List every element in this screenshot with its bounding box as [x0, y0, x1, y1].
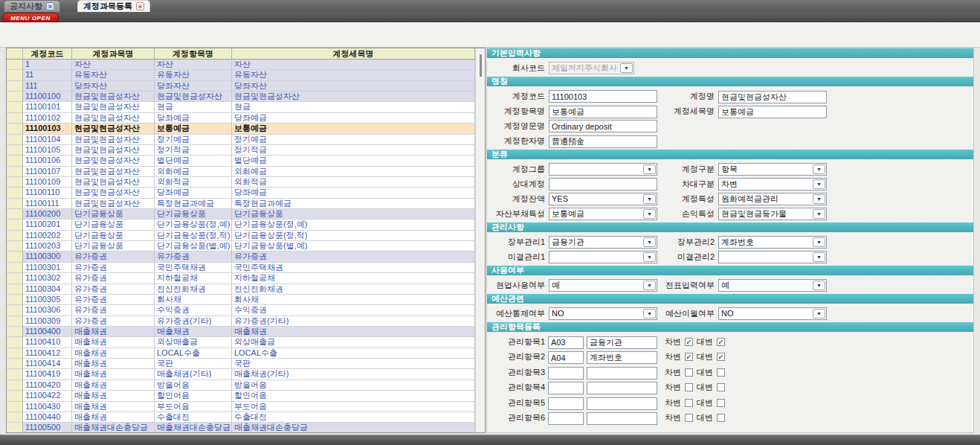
close-icon[interactable]: ×: [136, 2, 144, 10]
table-row[interactable]: 11100400매출채권매출채권매출채권: [7, 327, 475, 337]
debit-checkbox[interactable]: [685, 368, 693, 377]
row-selector[interactable]: [7, 391, 23, 401]
row-selector[interactable]: [7, 348, 23, 359]
field-input[interactable]: [549, 90, 657, 103]
field-dropdown[interactable]: 원화예적금관리▾: [718, 193, 827, 205]
row-selector[interactable]: [7, 113, 23, 124]
table-row[interactable]: 11100103현금및현금성자산보통예금보통예금: [7, 124, 475, 134]
row-selector[interactable]: [7, 60, 23, 70]
table-row[interactable]: 11100109현금및현금성자산외화적금외화적금: [7, 177, 475, 188]
field-dropdown[interactable]: ▾: [718, 251, 827, 263]
row-selector[interactable]: [7, 209, 23, 220]
table-row[interactable]: 11100412매출채권LOCAL수출LOCAL수출: [7, 348, 475, 359]
mgmt-item-code-input[interactable]: [548, 367, 584, 380]
row-selector[interactable]: [7, 102, 23, 112]
table-row[interactable]: 11100419매출채권매출채권(기타)매출채권(기타): [7, 369, 475, 380]
mgmt-item-code-input[interactable]: [548, 397, 584, 410]
credit-checkbox[interactable]: [717, 414, 725, 422]
field-dropdown[interactable]: 차변▾: [718, 178, 827, 191]
row-selector[interactable]: [7, 273, 23, 284]
field-dropdown[interactable]: 계좌번호▾: [718, 236, 827, 249]
field-dropdown[interactable]: 예▾: [718, 279, 827, 292]
table-row[interactable]: 11100107현금및현금성자산외화예금외화예금: [7, 167, 475, 177]
close-icon[interactable]: ×: [46, 2, 54, 10]
credit-checkbox[interactable]: [717, 399, 725, 407]
row-selector[interactable]: [7, 284, 23, 295]
row-selector[interactable]: [7, 263, 23, 273]
table-row[interactable]: 11100440매출채권수출대전수출대전: [7, 412, 475, 423]
field-dropdown[interactable]: 현금및현금등가물▾: [718, 208, 827, 220]
row-selector[interactable]: [7, 177, 23, 188]
row-selector[interactable]: [7, 199, 23, 209]
row-selector[interactable]: [7, 188, 23, 198]
mgmt-item-code-input[interactable]: [548, 412, 584, 425]
table-row[interactable]: 11100111현금및현금성자산특정현금과예금특정현금과예금: [7, 199, 475, 209]
table-row[interactable]: 11100300유가증권유가증권유가증권: [7, 252, 475, 262]
field-dropdown[interactable]: ▾: [549, 163, 657, 176]
row-selector[interactable]: [7, 156, 23, 166]
table-row[interactable]: 11100202단기금융상품단기금융상품(정,적)단기금융상품(정,적): [7, 231, 475, 241]
table-row[interactable]: 11100106현금및현금성자산별단예금별단예금: [7, 156, 475, 166]
table-row[interactable]: 11100201단기금융상품단기금융상품(정,예)단기금융상품(정,예): [7, 220, 475, 230]
table-row[interactable]: 11100104현금및현금성자산정기예금정기예금: [7, 135, 475, 145]
table-row[interactable]: 11100301유가증권국민주택채권국민주택채권: [7, 263, 475, 273]
table-row[interactable]: 11100200단기금융상품단기금융상품단기금융상품: [7, 209, 475, 220]
row-selector[interactable]: [7, 423, 23, 432]
table-row[interactable]: 111당좌자산당좌자산당좌자산: [7, 81, 475, 92]
credit-checkbox[interactable]: ✓: [717, 353, 725, 361]
row-selector[interactable]: [7, 135, 23, 145]
table-row[interactable]: 11100110현금및현금성자산당좌예금당좌예금: [7, 188, 475, 198]
row-selector[interactable]: [7, 167, 23, 177]
mgmt-item-code-input[interactable]: [548, 336, 584, 349]
field-dropdown[interactable]: NO▾: [718, 307, 827, 320]
mgmt-item-name-input[interactable]: [587, 336, 657, 349]
row-selector[interactable]: [7, 402, 23, 412]
row-selector[interactable]: [7, 369, 23, 380]
field-input[interactable]: [718, 91, 827, 103]
table-row[interactable]: 11100305유가증권회사채회사채: [7, 295, 475, 305]
field-input[interactable]: [549, 106, 657, 118]
table-row[interactable]: 11100414매출채권국판국판: [7, 359, 475, 369]
field-dropdown[interactable]: YES▾: [549, 193, 657, 205]
credit-checkbox[interactable]: [717, 368, 725, 377]
table-row[interactable]: 11100304유가증권전신전화채권전신전화채권: [7, 284, 475, 295]
mgmt-item-code-input[interactable]: [548, 351, 584, 364]
mgmt-item-name-input[interactable]: [587, 382, 657, 394]
debit-checkbox[interactable]: [685, 383, 693, 391]
row-selector[interactable]: [7, 145, 23, 156]
field-dropdown[interactable]: ▾: [549, 251, 657, 263]
row-selector[interactable]: [7, 92, 23, 102]
table-row[interactable]: 11100105현금및현금성자산정기적금정기적금: [7, 145, 475, 156]
table-row[interactable]: 11유동자산유동자산유동자산: [7, 70, 475, 80]
credit-checkbox[interactable]: [717, 383, 725, 391]
table-row[interactable]: 11100309유가증권유가증권(기타)유가증권(기타): [7, 316, 475, 327]
table-row[interactable]: 11100422매출채권할인어음할인어음: [7, 391, 475, 401]
mgmt-item-name-input[interactable]: [587, 412, 657, 425]
field-dropdown[interactable]: 금융기관▾: [549, 236, 657, 249]
grid-scrollbar-thumb[interactable]: [480, 54, 482, 77]
table-row[interactable]: 11100302유가증권지하철공채지하철공채: [7, 273, 475, 284]
table-row[interactable]: 11100430매출채권부도어음부도어음: [7, 402, 475, 412]
debit-checkbox[interactable]: [685, 399, 693, 407]
field-dropdown[interactable]: 예▾: [549, 279, 657, 292]
mgmt-item-name-input[interactable]: [587, 397, 657, 410]
row-selector[interactable]: [7, 337, 23, 348]
table-row[interactable]: 1자산자산자산: [7, 60, 475, 70]
menu-open-button[interactable]: MENU OPEN: [2, 13, 59, 23]
tab-account-registration[interactable]: 계정과목등록 ×: [77, 0, 150, 12]
mgmt-item-name-input[interactable]: [587, 367, 657, 380]
row-selector[interactable]: [7, 252, 23, 262]
row-selector[interactable]: [7, 327, 23, 337]
row-selector[interactable]: [7, 220, 23, 230]
row-selector[interactable]: [7, 359, 23, 369]
grid-scrollbar[interactable]: [475, 48, 485, 432]
row-selector[interactable]: [7, 412, 23, 423]
row-selector[interactable]: [7, 380, 23, 391]
row-selector[interactable]: [7, 124, 23, 134]
row-selector[interactable]: [7, 305, 23, 316]
table-row[interactable]: 11100102현금및현금성자산당좌예금당좌예금: [7, 113, 475, 124]
debit-checkbox[interactable]: ✓: [685, 338, 693, 346]
table-row[interactable]: 11100306유가증권수익증권수익증권: [7, 305, 475, 316]
table-row[interactable]: 11100100현금및현금성자산현금및현금성자산현금및현금성자산: [7, 92, 475, 102]
debit-checkbox[interactable]: ✓: [685, 353, 693, 361]
